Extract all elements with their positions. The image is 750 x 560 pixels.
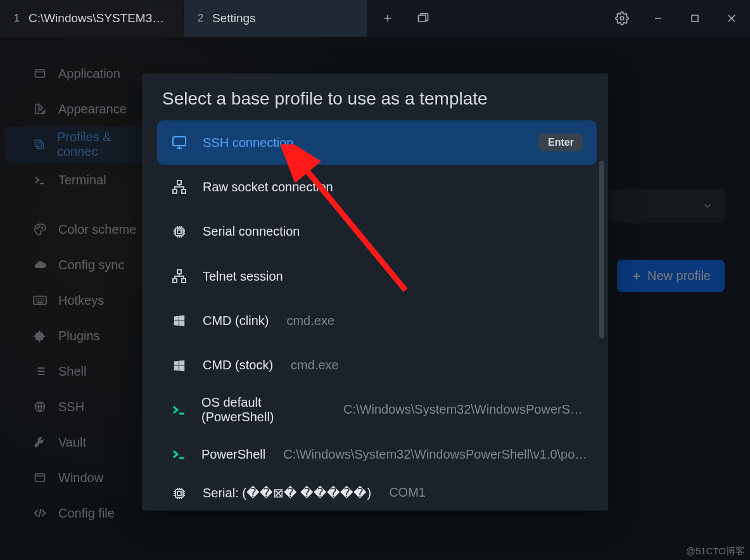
profile-option-label: SSH connection — [203, 136, 293, 150]
profile-option-label: Telnet session — [203, 269, 283, 284]
watermark: @51CTO博客 — [686, 545, 745, 557]
profile-option-sublabel: COM1 — [389, 485, 426, 500]
window-minimize-button[interactable] — [640, 0, 677, 37]
gear-icon — [615, 11, 629, 25]
profile-template-list: SSH connection Enter Raw socket connecti… — [142, 120, 608, 511]
profile-option-sublabel: cmd.exe — [286, 314, 334, 328]
new-tab-button[interactable] — [370, 0, 405, 37]
profile-option-serial[interactable]: Serial connection — [157, 210, 597, 254]
modal-title: Select a base profile to use as a templa… — [142, 73, 608, 120]
profile-template-modal: Select a base profile to use as a templa… — [142, 73, 608, 511]
svg-rect-12 — [173, 137, 186, 146]
profile-option-sublabel: C:\Windows\System32\WindowsPowerShell\v1… — [283, 447, 587, 462]
profile-option-label: Serial connection — [203, 224, 300, 239]
svg-rect-14 — [173, 189, 177, 193]
profile-option-label: PowerShell — [201, 447, 265, 462]
svg-rect-20 — [182, 279, 186, 283]
profile-option-ssh[interactable]: SSH connection Enter — [157, 120, 597, 165]
profile-option-label: CMD (stock) — [203, 358, 273, 372]
windows-list-button[interactable] — [405, 0, 441, 37]
monitor-icon — [171, 134, 188, 151]
plus-icon — [382, 13, 393, 24]
profile-option-cmdstock[interactable]: CMD (stock) cmd.exe — [157, 343, 597, 387]
profile-option-cmdclink[interactable]: CMD (clink) cmd.exe — [157, 298, 597, 343]
svg-rect-18 — [177, 270, 181, 274]
profile-option-sublabel: C:\Windows\System32\WindowsPowerS… — [343, 402, 583, 417]
profile-option-osdefault[interactable]: OS default (PowerShell) C:\Windows\Syste… — [157, 388, 597, 432]
profile-option-label: Serial: (��⊠� �����) — [203, 485, 371, 500]
profile-option-label: Raw socket connection — [203, 180, 333, 194]
windows-logo-icon — [171, 357, 188, 374]
prompt-icon — [171, 402, 186, 418]
windows-icon — [417, 12, 429, 25]
tab-index: 2 — [198, 13, 203, 24]
tab-label: Settings — [212, 11, 256, 25]
prompt-icon — [171, 446, 186, 462]
svg-rect-16 — [175, 228, 183, 236]
svg-point-1 — [620, 16, 624, 20]
svg-rect-22 — [177, 492, 181, 495]
modal-scrollbar[interactable] — [599, 161, 604, 511]
svg-rect-0 — [419, 15, 426, 22]
profile-option-label: OS default (PowerShell) — [201, 395, 326, 424]
svg-rect-2 — [692, 15, 698, 22]
tab-index: 1 — [14, 13, 20, 24]
svg-rect-21 — [175, 490, 183, 497]
profile-option-telnet[interactable]: Telnet session — [157, 254, 597, 298]
profile-option-powershell[interactable]: PowerShell C:\Windows\System32\WindowsPo… — [157, 432, 597, 476]
window-close-button[interactable] — [713, 0, 750, 37]
tab-terminal[interactable]: 1 C:\Windows\SYSTEM3… — [0, 0, 184, 37]
profile-option-label: CMD (clink) — [203, 314, 269, 328]
profile-option-serialcom1[interactable]: Serial: (��⊠� �����) COM1 — [157, 476, 597, 511]
minimize-icon — [654, 14, 663, 23]
profile-option-sublabel: cmd.exe — [291, 358, 339, 372]
scrollbar-thumb[interactable] — [599, 161, 604, 338]
network-icon — [171, 268, 188, 284]
network-icon — [171, 179, 188, 195]
window-maximize-button[interactable] — [677, 0, 713, 37]
chip-icon — [171, 485, 188, 502]
tab-label: C:\Windows\SYSTEM3… — [29, 11, 164, 25]
tab-settings[interactable]: 2 Settings — [184, 0, 367, 37]
maximize-icon — [690, 14, 699, 23]
settings-gear-button[interactable] — [604, 0, 640, 37]
svg-rect-15 — [182, 189, 186, 193]
titlebar: 1 C:\Windows\SYSTEM3… 2 Settings — [0, 0, 750, 37]
chip-icon — [171, 224, 188, 240]
enter-key-hint: Enter — [539, 134, 583, 151]
svg-rect-17 — [177, 230, 181, 234]
profile-option-rawsocket[interactable]: Raw socket connection — [157, 165, 597, 209]
windows-logo-icon — [171, 312, 188, 329]
svg-rect-13 — [177, 181, 181, 184]
close-icon — [727, 14, 736, 23]
svg-rect-19 — [173, 279, 177, 283]
